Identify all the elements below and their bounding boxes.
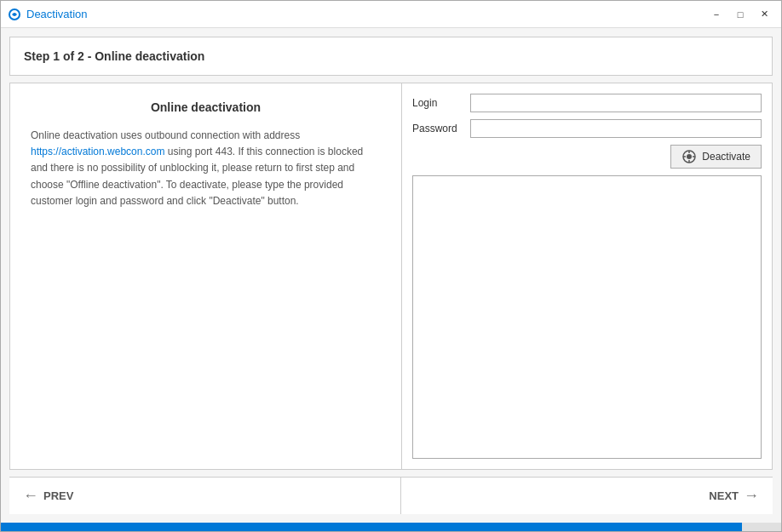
- close-button[interactable]: ✕: [754, 6, 774, 23]
- maximize-button[interactable]: □: [730, 6, 750, 23]
- login-input[interactable]: [470, 94, 762, 112]
- prev-button[interactable]: ← PREV: [23, 487, 73, 505]
- app-icon: [8, 8, 21, 21]
- left-panel: Online deactivation Online deactivation …: [10, 83, 402, 469]
- next-arrow-icon: →: [744, 487, 759, 505]
- login-label: Login: [412, 97, 463, 109]
- main-window: Deactivation − □ ✕ Step 1 of 2 - Online …: [0, 0, 782, 532]
- activation-link[interactable]: https://activation.webcon.com: [31, 146, 164, 157]
- window-title: Deactivation: [26, 8, 706, 20]
- password-label: Password: [412, 123, 463, 134]
- deactivate-button[interactable]: Deactivate: [670, 145, 762, 169]
- bottom-left: ← PREV: [9, 478, 401, 514]
- password-input[interactable]: [470, 119, 762, 138]
- right-panel: Login Password Deactivate: [402, 83, 772, 469]
- prev-label: PREV: [43, 489, 73, 502]
- login-row: Login: [412, 94, 762, 112]
- left-panel-description: Online deactivation uses outbound connec…: [31, 128, 381, 209]
- progress-bar-fill: [1, 523, 742, 531]
- progress-bar-container: [1, 523, 781, 531]
- bottom-right: NEXT →: [401, 478, 773, 514]
- next-label: NEXT: [709, 489, 739, 502]
- next-button[interactable]: NEXT →: [709, 487, 759, 505]
- minimize-button[interactable]: −: [706, 6, 727, 23]
- prev-arrow-icon: ←: [23, 487, 38, 505]
- deactivate-icon: [681, 149, 697, 164]
- window-controls: − □ ✕: [706, 6, 774, 23]
- bottom-bar: ← PREV NEXT →: [9, 477, 773, 514]
- password-row: Password: [412, 119, 762, 138]
- main-panel: Online deactivation Online deactivation …: [9, 83, 773, 470]
- left-panel-title: Online deactivation: [31, 100, 381, 114]
- content-area: Step 1 of 2 - Online deactivation Online…: [1, 28, 781, 523]
- step-header: Step 1 of 2 - Online deactivation: [9, 37, 773, 76]
- svg-point-2: [687, 154, 692, 159]
- step-header-text: Step 1 of 2 - Online deactivation: [24, 49, 204, 63]
- output-box: [412, 175, 762, 459]
- deactivate-button-label: Deactivate: [702, 151, 750, 163]
- title-bar: Deactivation − □ ✕: [1, 1, 781, 28]
- description-text-1: Online deactivation uses outbound connec…: [31, 129, 300, 141]
